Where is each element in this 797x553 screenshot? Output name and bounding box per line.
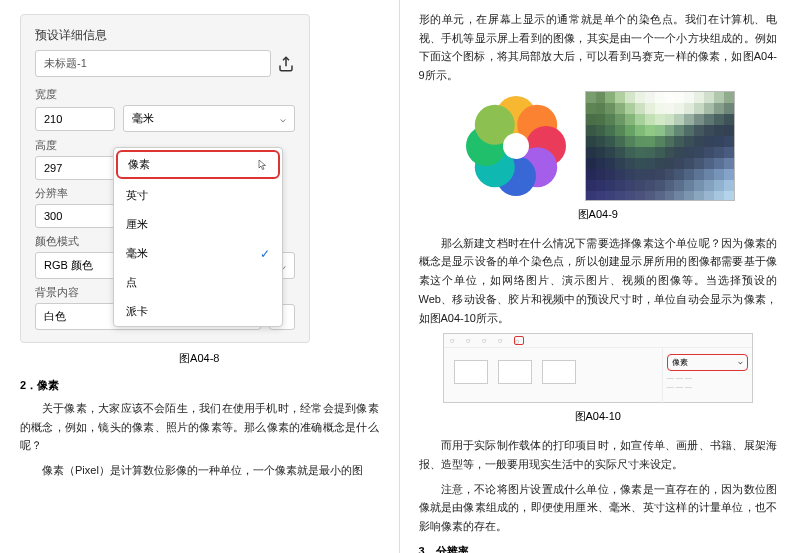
dd-item-pixel[interactable]: 像素: [116, 150, 280, 179]
toolbar-icon: ○: [498, 336, 508, 345]
bg-value: 白色: [44, 309, 66, 324]
heading-res: 3．分辨率: [419, 544, 778, 553]
toolbar-icon: ○: [450, 336, 460, 345]
para-l2: 像素（Pixel）是计算数位影像的一种单位，一个像素就是最小的图: [20, 461, 379, 480]
width-label: 宽度: [35, 87, 295, 102]
fig-caption-a04-10: 图A04-10: [419, 409, 778, 424]
pixel-zoom: [585, 91, 735, 201]
para-r3: 而用于实际制作载体的打印项目时，如宣传单、画册、书籍、展架海报、造型等，一般要用…: [419, 436, 778, 473]
height-input[interactable]: 297: [35, 156, 115, 180]
dd-label: 英寸: [126, 188, 148, 203]
preset-panel: 预设详细信息 未标题-1 宽度 210 毫米 ⌵ 高度 297 分辨率 300 …: [20, 14, 310, 343]
fig-caption-a04-9: 图A04-9: [419, 207, 778, 222]
right-column: 形的单元，在屏幕上显示的通常就是单个的染色点。我们在计算机、电视、手机等显示屏上…: [399, 0, 798, 553]
preset-fields: — — —— — —: [667, 374, 748, 391]
dd-item-cm[interactable]: 厘米: [114, 210, 282, 239]
export-icon[interactable]: [277, 55, 295, 73]
chevron-down-icon: ⌵: [738, 357, 743, 368]
preset-thumb[interactable]: [542, 360, 576, 384]
ui-toolbar: ○ ○ ○ ○ ○: [444, 334, 752, 348]
photos-icon: [461, 91, 571, 201]
color-mode-value: RGB 颜色: [44, 258, 93, 273]
fig-a04-9: [419, 91, 778, 201]
preset-thumbs: [444, 348, 662, 404]
preset-thumb[interactable]: [498, 360, 532, 384]
fig-a04-10: ○ ○ ○ ○ ○ 像素⌵ — — —— — —: [443, 333, 753, 403]
title-row: 未标题-1: [35, 50, 295, 77]
width-input[interactable]: 210: [35, 107, 115, 131]
dd-item-inch[interactable]: 英寸: [114, 181, 282, 210]
para-r4: 注意，不论将图片设置成什么单位，像素是一直存在的，因为数位图像就是由像素组成的，…: [419, 480, 778, 536]
unit-dropdown: 像素 英寸 厘米 毫米 ✓ 点 派卡: [113, 147, 283, 327]
width-unit-select[interactable]: 毫米 ⌵: [123, 105, 295, 132]
dd-label: 毫米: [126, 246, 148, 261]
check-icon: ✓: [260, 247, 270, 261]
dd-item-pt[interactable]: 点: [114, 268, 282, 297]
width-unit-value: 毫米: [132, 111, 154, 126]
preset-pane: 像素⌵ — — —— — —: [662, 348, 752, 404]
preset-thumb[interactable]: [454, 360, 488, 384]
unit-label: 像素: [672, 357, 688, 368]
cursor-icon: [258, 159, 268, 171]
res-input[interactable]: 300: [35, 204, 115, 228]
chevron-down-icon: ⌵: [280, 113, 286, 124]
dd-label: 点: [126, 275, 137, 290]
toolbar-icon: ○: [466, 336, 476, 345]
heading-pixel: 2．像素: [20, 378, 379, 393]
doc-name-input[interactable]: 未标题-1: [35, 50, 271, 77]
para-r2: 那么新建文档时在什么情况下需要选择像素这个单位呢？因为像素的概念是显示设备的单个…: [419, 234, 778, 327]
preset-unit-pixel[interactable]: 像素⌵: [667, 354, 748, 371]
toolbar-icon: ○: [514, 336, 524, 345]
dd-label: 派卡: [126, 304, 148, 319]
dd-item-mm[interactable]: 毫米 ✓: [114, 239, 282, 268]
para-l1: 关于像素，大家应该不会陌生，我们在使用手机时，经常会提到像素的概念，例如，镜头的…: [20, 399, 379, 455]
dd-label: 像素: [128, 157, 150, 172]
dd-item-pica[interactable]: 派卡: [114, 297, 282, 326]
left-column: 预设详细信息 未标题-1 宽度 210 毫米 ⌵ 高度 297 分辨率 300 …: [0, 0, 399, 553]
toolbar-icon: ○: [482, 336, 492, 345]
para-r1: 形的单元，在屏幕上显示的通常就是单个的染色点。我们在计算机、电视、手机等显示屏上…: [419, 10, 778, 85]
panel-title: 预设详细信息: [35, 27, 295, 44]
dd-label: 厘米: [126, 217, 148, 232]
fig-caption-a04-8: 图A04-8: [20, 351, 379, 366]
